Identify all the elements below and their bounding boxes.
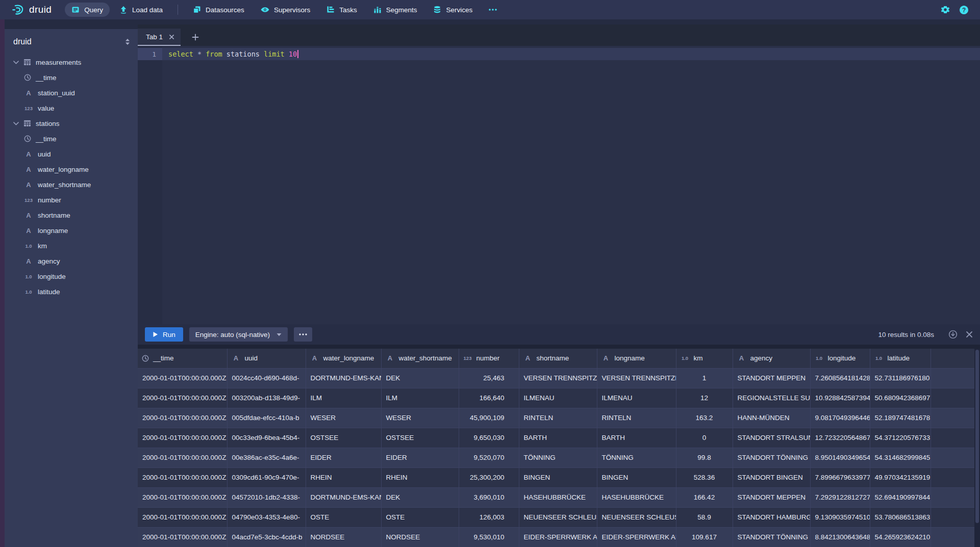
table-cell[interactable]: STANDORT HAMBURG <box>733 507 810 527</box>
tree-column-__time[interactable]: __time <box>5 70 138 85</box>
table-cell[interactable]: 1 <box>676 368 733 388</box>
nav-item-query[interactable]: Query <box>65 3 110 17</box>
table-cell[interactable]: 2000-01-01T00:00:00.000Z <box>138 428 227 448</box>
table-cell[interactable]: BINGEN <box>519 467 597 487</box>
table-cell[interactable]: STANDORT TÖNNING <box>733 448 810 467</box>
table-cell[interactable]: TÖNNING <box>519 448 597 467</box>
nav-item-segments[interactable]: Segments <box>367 3 424 17</box>
engine-select-button[interactable]: Engine: auto (sql-native) <box>189 327 288 342</box>
table-cell[interactable]: OSTE <box>306 507 381 527</box>
table-cell[interactable]: 54.265923624210 <box>870 527 931 547</box>
query-more-button[interactable] <box>294 327 312 342</box>
table-cell[interactable]: ILMENAU <box>597 388 676 408</box>
table-cell[interactable]: 04572010-1db2-4338- <box>227 487 306 507</box>
tree-column-water_longname[interactable]: Awater_longname <box>5 162 138 177</box>
nav-item-more[interactable] <box>482 3 504 17</box>
table-cell[interactable]: 0 <box>676 428 733 448</box>
table-cell[interactable]: EIDER-SPERRWERK AP <box>597 527 676 547</box>
tree-column-km[interactable]: 1.0km <box>5 238 138 253</box>
table-cell[interactable]: OSTE <box>381 507 459 527</box>
table-cell[interactable]: EIDER-SPERRWERK AP <box>519 527 597 547</box>
scrollbar-thumb[interactable] <box>975 350 979 523</box>
table-cell[interactable]: 2000-01-01T00:00:00.000Z <box>138 388 227 408</box>
table-cell[interactable]: STANDORT MEPPEN <box>733 368 810 388</box>
table-cell[interactable]: DORTMUND-EMS-KANAL <box>306 487 381 507</box>
table-cell[interactable]: 9,520,070 <box>459 448 519 467</box>
table-cell[interactable]: WESER <box>306 408 381 428</box>
table-cell[interactable]: 53.780686513863 <box>870 507 931 527</box>
tree-column-longitude[interactable]: 1.0longitude <box>5 269 138 284</box>
sql-query-text[interactable]: select * from stations limit 10 <box>168 48 298 60</box>
table-cell[interactable]: WESER <box>381 408 459 428</box>
table-cell[interactable]: 52.189747481678 <box>870 408 931 428</box>
table-cell[interactable]: 2000-01-01T00:00:00.000Z <box>138 527 227 547</box>
table-cell[interactable]: DEK <box>381 368 459 388</box>
download-results-icon[interactable] <box>948 330 958 339</box>
tree-column-uuid[interactable]: Auuid <box>5 146 138 162</box>
table-cell[interactable]: NEUENSEER SCHLEUSE <box>519 507 597 527</box>
table-cell[interactable]: STANDORT STRALSUND <box>733 428 810 448</box>
table-cell[interactable]: EIDER <box>306 448 381 467</box>
close-results-icon[interactable] <box>966 331 973 338</box>
table-cell[interactable]: RINTELN <box>519 408 597 428</box>
table-cell[interactable]: HANN-MÜNDEN <box>733 408 810 428</box>
table-cell[interactable]: 50.680942368697 <box>870 388 931 408</box>
table-cell[interactable]: TÖNNING <box>597 448 676 467</box>
table-cell[interactable]: 54.371220576733 <box>870 428 931 448</box>
column-header-longname[interactable]: Alongname <box>597 349 676 368</box>
sql-editor[interactable]: 1 select * from stations limit 10 <box>138 46 980 324</box>
column-header-longitude[interactable]: 1.0longitude <box>810 349 870 368</box>
table-cell[interactable]: 58.9 <box>676 507 733 527</box>
tab-tab1[interactable]: Tab 1 <box>138 29 181 46</box>
column-header-water_longname[interactable]: Awater_longname <box>306 349 381 368</box>
table-cell[interactable]: OSTSEE <box>306 428 381 448</box>
table-cell[interactable]: 7.2608564181428 <box>810 368 870 388</box>
table-cell[interactable]: 25,300,200 <box>459 467 519 487</box>
table-cell[interactable]: 99.8 <box>676 448 733 467</box>
table-cell[interactable]: 7.2929122812727 <box>810 487 870 507</box>
table-cell[interactable]: 9.1309035974510 <box>810 507 870 527</box>
table-cell[interactable]: 49.970342135919 <box>870 467 931 487</box>
table-cell[interactable]: 005dfdae-efcc-410a-b <box>227 408 306 428</box>
table-cell[interactable]: 8.8421300643648 <box>810 527 870 547</box>
table-cell[interactable]: 109.617 <box>676 527 733 547</box>
column-header-agency[interactable]: Aagency <box>733 349 810 368</box>
table-cell[interactable]: STANDORT MEPPEN <box>733 487 810 507</box>
settings-gear-icon[interactable] <box>941 5 950 14</box>
tree-column-latitude[interactable]: 1.0latitude <box>5 284 138 299</box>
nav-item-datasources[interactable]: Datasources <box>186 3 251 17</box>
nav-item-load-data[interactable]: Load data <box>113 3 169 17</box>
table-cell[interactable]: 04acd7e5-3cbc-4cdd-b <box>227 527 306 547</box>
table-cell[interactable]: DEK <box>381 487 459 507</box>
table-cell[interactable]: 7.8996679633977 <box>810 467 870 487</box>
table-cell[interactable]: DORTMUND-EMS-KANAL <box>306 368 381 388</box>
druid-logo[interactable]: druid <box>11 3 52 16</box>
tree-column-value[interactable]: 123value <box>5 100 138 116</box>
column-header-uuid[interactable]: Auuid <box>227 349 306 368</box>
table-cell[interactable]: 12 <box>676 388 733 408</box>
table-cell[interactable]: 00e386ac-e35c-4a6e- <box>227 448 306 467</box>
tree-column-water_shortname[interactable]: Awater_shortname <box>5 177 138 192</box>
nav-item-supervisors[interactable]: Supervisors <box>254 3 317 17</box>
table-cell[interactable]: BINGEN <box>597 467 676 487</box>
table-cell[interactable]: 2000-01-01T00:00:00.000Z <box>138 448 227 467</box>
column-header-water_shortname[interactable]: Awater_shortname <box>381 349 459 368</box>
tree-group-stations[interactable]: stations <box>5 116 138 131</box>
table-cell[interactable]: 8.9501490349654 <box>810 448 870 467</box>
table-cell[interactable]: VERSEN TRENNSPITZE <box>597 368 676 388</box>
table-cell[interactable]: 52.731186976180 <box>870 368 931 388</box>
column-header-number[interactable]: 123number <box>459 349 519 368</box>
tree-column-shortname[interactable]: Ashortname <box>5 207 138 223</box>
table-cell[interactable]: 166,640 <box>459 388 519 408</box>
column-header-km[interactable]: 1.0km <box>676 349 733 368</box>
table-cell[interactable]: 10.928842587394 <box>810 388 870 408</box>
table-cell[interactable]: 2000-01-01T00:00:00.000Z <box>138 487 227 507</box>
table-cell[interactable]: 2000-01-01T00:00:00.000Z <box>138 408 227 428</box>
table-cell[interactable]: STANDORT BINGEN <box>733 467 810 487</box>
table-cell[interactable]: BARTH <box>519 428 597 448</box>
table-cell[interactable]: 3,690,010 <box>459 487 519 507</box>
table-cell[interactable]: 00c33ed9-6bea-45b4- <box>227 428 306 448</box>
table-cell[interactable]: RHEIN <box>306 467 381 487</box>
tree-column-__time[interactable]: __time <box>5 131 138 146</box>
table-cell[interactable]: BARTH <box>597 428 676 448</box>
